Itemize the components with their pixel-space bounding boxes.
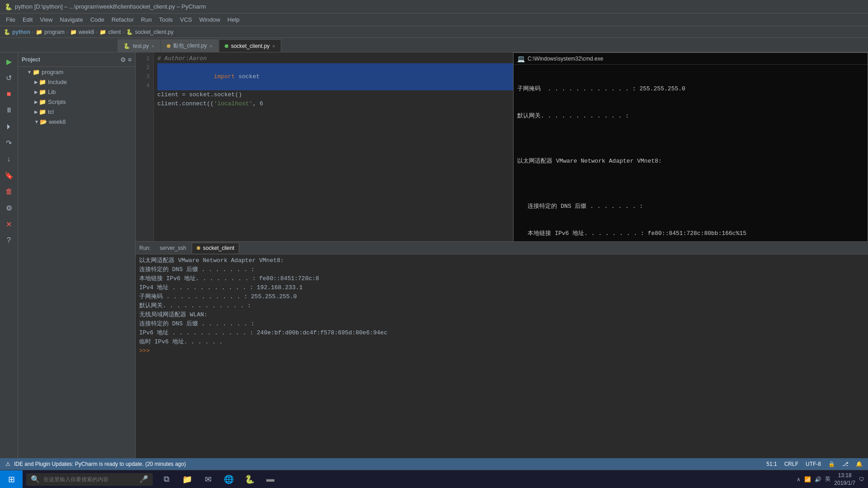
menu-code[interactable]: Code	[87, 14, 108, 26]
arrow-lib: ▶	[34, 89, 38, 94]
menu-edit[interactable]: Edit	[19, 14, 36, 26]
breadcrumb-folder2: 📁	[70, 29, 77, 35]
run-line-6: 子网掩码 . . . . . . . . . . . : 255.255.255…	[139, 292, 864, 301]
resume-button[interactable]: ⏵	[2, 119, 16, 134]
breadcrumb: 🐍 python › 📁 program › 📁 week8 › 📁 clien…	[0, 26, 868, 38]
delete-button[interactable]: 🗑	[2, 184, 16, 199]
app-icon: 🐍	[5, 3, 12, 10]
taskbar-app-chrome[interactable]: 🌐	[219, 470, 239, 488]
systray-volume[interactable]: 🔊	[815, 476, 821, 483]
taskbar-app-explorer[interactable]: 📁	[177, 470, 197, 488]
folder-icon-week8: 📂	[40, 118, 47, 125]
breadcrumb-client[interactable]: client	[108, 29, 121, 35]
menu-run[interactable]: Run	[137, 14, 156, 26]
run-panel-content: 以太网适配器 VMware Network Adapter VMnet8: 连接…	[136, 254, 868, 458]
run-tab-server-ssh[interactable]: server_ssh	[155, 243, 191, 253]
status-encoding[interactable]: UTF-8	[806, 461, 821, 467]
menu-help[interactable]: Help	[224, 14, 243, 26]
systray-expand[interactable]: ∧	[797, 476, 801, 483]
status-git-icon: ⎇	[842, 461, 849, 467]
arrow-program: ▼	[27, 70, 32, 75]
notification-center[interactable]: 🗨	[859, 476, 864, 483]
menu-vcs[interactable]: VCS	[176, 14, 196, 26]
run-button[interactable]: ▶	[2, 54, 16, 69]
bookmark-button[interactable]: 🔖	[2, 168, 16, 183]
taskbar: ⊞ 🔍 🎤 ⧉ 📁 ✉ 🌐 🐍 ▬ ∧ 📶 🔊 英 13:18 2019/1/7…	[0, 470, 868, 488]
tree-item-lib[interactable]: ▶ 📁 Lib	[18, 87, 135, 97]
close-button[interactable]: ✕	[2, 217, 16, 231]
line-num-1: 1	[136, 54, 150, 63]
breadcrumb-file[interactable]: socket_client.py	[135, 29, 173, 35]
tab-socket-client-dot	[225, 44, 228, 48]
taskbar-clock[interactable]: 13:18 2019/1/7	[834, 472, 855, 487]
systray-network[interactable]: 📶	[804, 476, 811, 483]
taskbar-systray: ∧ 📶 🔊 英 13:18 2019/1/7 🗨	[797, 472, 868, 487]
run-line-12: IPv6 地址 . . . . . . . . . . . : 240e:bf:…	[139, 328, 864, 338]
tab-bar: 🐍 test.py × 黏包_client.py × socket_client…	[0, 38, 868, 52]
title-bar: 🐍 python [D:\python] – ...\program\week8…	[0, 0, 868, 14]
folder-icon-scripts: 📁	[39, 99, 46, 105]
taskbar-app-pycharm[interactable]: 🐍	[240, 470, 259, 488]
tree-item-include[interactable]: ▶ 📁 Include	[18, 77, 135, 87]
menu-navigate[interactable]: Navigate	[56, 14, 86, 26]
menu-window[interactable]: Window	[196, 14, 224, 26]
tab-nian-bao[interactable]: 黏包_client.py ×	[161, 39, 218, 52]
tree-item-scripts[interactable]: ▶ 📁 Scripts	[18, 97, 135, 107]
tab-nian-bao-label: 黏包_client.py	[173, 42, 207, 50]
body-area: 🐍 test.py × 黏包_client.py × socket_client…	[0, 38, 868, 470]
status-position[interactable]: 51:1	[766, 461, 777, 467]
run-line-4: 本地链接 IPv6 地址. . . . . . . . : fe80::8451…	[139, 274, 864, 283]
tab-test-py[interactable]: 🐍 test.py ×	[118, 39, 160, 52]
cmd-content: 子网掩码 . . . . . . . . . . . . : 255.255.2…	[514, 65, 868, 241]
step-over-button[interactable]: ↷	[2, 136, 16, 150]
search-icon: 🔍	[31, 475, 40, 483]
menu-bar: File Edit View Navigate Code Refactor Ru…	[0, 14, 868, 26]
menu-refactor[interactable]: Refactor	[108, 14, 137, 26]
tab-socket-client[interactable]: socket_client.py ×	[219, 39, 281, 52]
search-input[interactable]	[43, 476, 134, 483]
help-button[interactable]: ?	[2, 233, 16, 248]
tree-item-tcl[interactable]: ▶ 📁 tcl	[18, 107, 135, 117]
tree-label-scripts: Scripts	[48, 99, 66, 105]
rerun-button[interactable]: ↺	[2, 70, 16, 85]
tab-test-py-close[interactable]: ×	[151, 43, 154, 49]
breadcrumb-folder3: 📁	[99, 29, 106, 35]
run-tab-socket-client[interactable]: socket_client	[192, 243, 239, 253]
sidebar-gear-icon[interactable]: ⚙	[120, 56, 126, 63]
breadcrumb-week8[interactable]: week8	[79, 29, 94, 35]
taskbar-app-cmd[interactable]: ▬	[260, 470, 280, 488]
sidebar-settings-icon[interactable]: ≡	[128, 56, 132, 63]
menu-view[interactable]: View	[36, 14, 56, 26]
editor-area[interactable]: 1 2 3 4 # Author:Aaron import socket cli…	[136, 52, 868, 241]
status-right: 51:1 CRLF UTF-8 🔒 ⎇ 🔔	[766, 461, 863, 467]
sidebar-plus-toolbar: ▶ ↺ ■ ⏸ ⏵ ↷ ↓ 🔖 🗑 ⚙ ✕ ? Project	[0, 52, 136, 458]
menu-file[interactable]: File	[2, 14, 19, 26]
systray-language[interactable]: 英	[825, 475, 830, 483]
tab-socket-client-close[interactable]: ×	[272, 43, 275, 49]
run-panel: Run: server_ssh socket_client 以太网适配器 VMw…	[136, 241, 868, 458]
taskbar-app-mail[interactable]: ✉	[198, 470, 218, 488]
line-num-2: 2	[136, 63, 150, 72]
line-num-3: 3	[136, 72, 150, 81]
stop-button[interactable]: ■	[2, 87, 16, 101]
breadcrumb-python[interactable]: python	[12, 29, 30, 35]
breadcrumb-program[interactable]: program	[44, 29, 65, 35]
project-sidebar: Project ⚙ ≡ ▼ 📁 program	[18, 52, 136, 458]
tree-item-program[interactable]: ▼ 📁 program	[18, 67, 135, 77]
tab-nian-bao-close[interactable]: ×	[210, 43, 212, 49]
pause-button[interactable]: ⏸	[2, 103, 16, 117]
step-into-button[interactable]: ↓	[2, 152, 16, 166]
start-button[interactable]: ⊞	[0, 470, 23, 488]
tree-label-program: program	[42, 69, 63, 75]
taskbar-app-taskview[interactable]: ⧉	[156, 470, 176, 488]
menu-tools[interactable]: Tools	[156, 14, 176, 26]
settings-button[interactable]: ⚙	[2, 201, 16, 215]
tree-item-week8[interactable]: ▼ 📂 week8	[18, 117, 135, 127]
taskbar-search[interactable]: 🔍 🎤	[26, 473, 153, 486]
run-line-1: 以太网适配器 VMware Network Adapter VMnet8:	[139, 256, 864, 265]
run-line-13: 临时 IPv6 地址. . . . . .	[139, 338, 864, 347]
cmd-window[interactable]: 💻 C:\Windows\system32\cmd.exe 子网掩码 . . .…	[513, 52, 868, 241]
tree-label-tcl: tcl	[48, 108, 54, 115]
status-line-ending[interactable]: CRLF	[784, 461, 798, 467]
cmd-line-0: 子网掩码 . . . . . . . . . . . . : 255.255.2…	[517, 84, 864, 94]
